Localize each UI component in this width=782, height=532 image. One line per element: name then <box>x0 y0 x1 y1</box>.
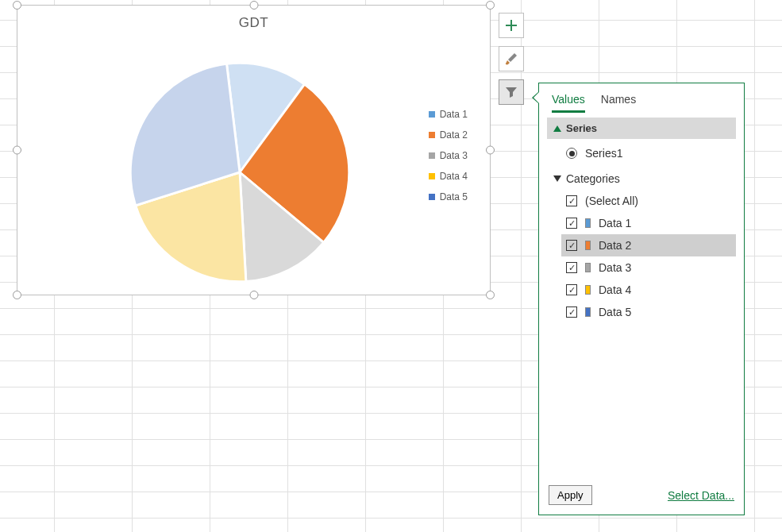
tab-names[interactable]: Names <box>601 93 636 113</box>
category-color-chip <box>585 307 591 317</box>
category-label: Data 2 <box>599 239 631 252</box>
category-label: Data 1 <box>599 217 631 229</box>
expand-icon <box>553 175 561 182</box>
legend-item[interactable]: Data 3 <box>429 150 468 161</box>
tab-values[interactable]: Values <box>552 93 585 113</box>
resize-handle[interactable] <box>13 146 21 155</box>
brush-icon <box>504 52 518 66</box>
chart-container[interactable]: GDT Data 1Data 2Data 3Data 4Data 5 <box>17 5 491 295</box>
funnel-icon <box>505 86 518 98</box>
category-row[interactable]: Data 5 <box>561 301 736 323</box>
pie-chart[interactable] <box>125 57 355 287</box>
series-header-label: Series <box>566 122 597 134</box>
filter-tabs: Values Names <box>539 83 744 113</box>
chart-side-buttons <box>499 13 524 105</box>
category-row[interactable]: Data 1 <box>561 212 736 234</box>
category-color-chip <box>585 241 591 250</box>
chart-legend[interactable]: Data 1Data 2Data 3Data 4Data 5 <box>429 109 468 212</box>
categories-list: (Select All) Data 1Data 2Data 3Data 4Dat… <box>561 190 736 323</box>
checkbox-icon[interactable] <box>566 195 577 206</box>
legend-label: Data 2 <box>440 129 468 141</box>
legend-label: Data 1 <box>440 109 468 120</box>
categories-section-header[interactable]: Categories <box>553 172 736 185</box>
category-row[interactable]: Data 4 <box>561 279 736 301</box>
legend-swatch <box>429 111 435 118</box>
chart-filter-panel: Values Names Series Series1 Categories (… <box>538 83 745 515</box>
chart-elements-button[interactable] <box>499 13 524 38</box>
plus-icon <box>505 19 518 32</box>
legend-swatch <box>429 173 435 179</box>
legend-item[interactable]: Data 5 <box>429 191 468 202</box>
expand-icon <box>553 125 561 132</box>
legend-label: Data 3 <box>440 150 468 161</box>
resize-handle[interactable] <box>249 291 258 299</box>
category-color-chip <box>585 218 591 228</box>
category-label: Data 5 <box>599 306 631 318</box>
select-all-row[interactable]: (Select All) <box>561 190 736 212</box>
category-color-chip <box>585 285 591 295</box>
select-data-link[interactable]: Select Data... <box>668 489 734 502</box>
legend-item[interactable]: Data 2 <box>429 129 468 141</box>
category-row[interactable]: Data 3 <box>561 256 736 279</box>
checkbox-icon[interactable] <box>566 240 577 251</box>
series-section-header[interactable]: Series <box>547 118 736 139</box>
category-label: Data 4 <box>599 283 631 296</box>
legend-item[interactable]: Data 4 <box>429 171 468 182</box>
resize-handle[interactable] <box>13 1 21 10</box>
resize-handle[interactable] <box>486 1 495 10</box>
legend-item[interactable]: Data 1 <box>429 109 468 120</box>
checkbox-icon[interactable] <box>566 262 577 273</box>
category-label: Data 3 <box>599 261 631 274</box>
resize-handle[interactable] <box>13 291 21 299</box>
checkbox-icon[interactable] <box>566 284 577 295</box>
checkbox-icon[interactable] <box>566 218 577 229</box>
select-all-label: (Select All) <box>585 195 638 207</box>
legend-swatch <box>429 194 435 200</box>
series-item[interactable]: Series1 <box>566 147 744 160</box>
chart-styles-button[interactable] <box>499 46 524 71</box>
series-item-label: Series1 <box>585 147 622 160</box>
category-row[interactable]: Data 2 <box>561 234 736 256</box>
legend-label: Data 4 <box>440 171 468 182</box>
category-color-chip <box>585 263 591 272</box>
filter-panel-footer: Apply Select Data... <box>539 477 744 515</box>
checkbox-icon[interactable] <box>566 306 577 318</box>
resize-handle[interactable] <box>486 146 495 155</box>
resize-handle[interactable] <box>486 291 495 299</box>
legend-swatch <box>429 152 435 159</box>
chart-filter-button[interactable] <box>499 79 524 105</box>
legend-label: Data 5 <box>440 191 468 202</box>
categories-header-label: Categories <box>566 172 620 185</box>
apply-button[interactable]: Apply <box>549 485 592 505</box>
resize-handle[interactable] <box>249 1 258 10</box>
radio-selected-icon <box>566 148 577 159</box>
legend-swatch <box>429 132 435 138</box>
